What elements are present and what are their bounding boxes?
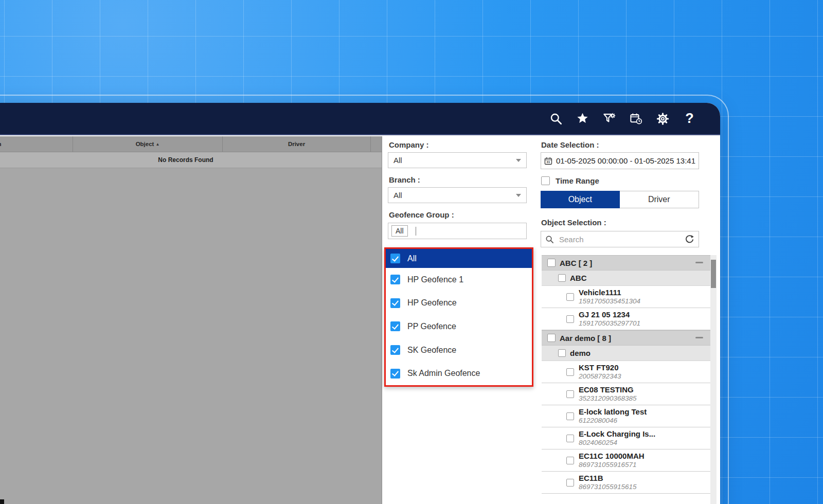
date-range-value: 01-05-2025 00:00:00 - 01-05-2025 13:41: [556, 156, 695, 165]
tree-scrollbar[interactable]: [710, 255, 717, 504]
schedule-icon[interactable]: [629, 112, 643, 125]
object-checkbox[interactable]: [566, 435, 574, 442]
app-window: ? nch Object ▲ Driver: [0, 103, 720, 504]
time-range-label: Time Range: [556, 176, 599, 185]
time-range-row: Time Range: [541, 176, 599, 185]
no-records-row: No Records Found: [0, 152, 382, 168]
screen-artifact: [0, 499, 4, 504]
column-header-branch[interactable]: nch: [0, 136, 73, 152]
tree-item-row[interactable]: Vehicle1111 1591705035451304: [542, 286, 710, 308]
table-header-row: nch Object ▲ Driver: [0, 136, 382, 152]
tree-item-row[interactable]: E-Lock Charging Is... 8024060254: [542, 427, 710, 449]
geofence-group-dropdown: All HP Geofence 1 HP Geofence PP Geofenc…: [384, 247, 533, 387]
object-checkbox[interactable]: [566, 293, 574, 301]
refresh-icon[interactable]: [685, 235, 694, 244]
branch-select[interactable]: All: [388, 187, 527, 203]
search-icon: [545, 235, 554, 244]
tree-item-row[interactable]: KST FT920 20058792343: [542, 361, 710, 383]
report-area: nch Object ▲ Driver No Records Found: [0, 136, 382, 504]
tree-item-row[interactable]: GJ 21 05 1234 1591705035297701: [542, 308, 710, 330]
subgroup-checkbox[interactable]: [558, 349, 566, 357]
object-checkbox[interactable]: [566, 457, 574, 464]
chevron-down-icon: [516, 159, 521, 162]
branch-label: Branch :: [389, 175, 420, 184]
geofence-group-chip[interactable]: All: [391, 225, 408, 237]
screen: ? nch Object ▲ Driver: [0, 0, 823, 504]
checkbox-checked-icon[interactable]: [390, 298, 400, 308]
subgroup-checkbox[interactable]: [558, 274, 566, 282]
tab-object[interactable]: Object: [541, 191, 620, 208]
checkbox-checked-icon[interactable]: [390, 275, 400, 284]
settings-icon[interactable]: [656, 112, 670, 125]
group-checkbox[interactable]: [547, 259, 556, 267]
object-checkbox[interactable]: [566, 315, 574, 323]
chevron-down-icon: [516, 194, 521, 197]
tree-item-row[interactable]: E-lock latlong Test 6122080046: [542, 405, 710, 427]
geofence-option[interactable]: HP Geofence 1: [386, 268, 532, 292]
object-checkbox[interactable]: [566, 390, 574, 398]
geofence-group-label: Geofence Group :: [389, 210, 454, 219]
column-header-object[interactable]: Object ▲: [73, 136, 223, 152]
company-select[interactable]: All: [388, 152, 527, 168]
geofence-option[interactable]: HP Geofence: [386, 292, 532, 315]
collapse-icon[interactable]: [695, 262, 703, 263]
object-checkbox[interactable]: [566, 368, 574, 376]
checkbox-checked-icon[interactable]: [390, 369, 400, 379]
mode-toggle: Object Driver: [541, 191, 699, 208]
sort-asc-icon: ▲: [155, 142, 159, 147]
tree-group-row[interactable]: Aar demo [ 8 ]: [542, 330, 710, 346]
branch-value: All: [393, 191, 402, 200]
column-header-empty: [371, 136, 382, 152]
tree-spacer: [542, 248, 710, 255]
filter-panel: Company : All Branch : All Geofence Grou…: [382, 136, 720, 504]
tab-driver[interactable]: Driver: [620, 191, 700, 208]
tree-group-row[interactable]: ABC [ 2 ]: [542, 255, 710, 271]
search-icon[interactable]: [549, 112, 563, 125]
checkbox-checked-icon[interactable]: [390, 345, 400, 355]
geofence-group-input[interactable]: All: [388, 223, 527, 239]
app-titlebar: ?: [0, 103, 720, 135]
scrollbar-thumb[interactable]: [711, 260, 716, 288]
geofence-option[interactable]: SK Geofence: [386, 338, 532, 362]
tree-subgroup-row[interactable]: demo: [542, 346, 710, 361]
tree-item-row[interactable]: EC11B 869731055915615: [542, 472, 710, 494]
favorites-icon[interactable]: [576, 112, 589, 125]
date-range-input[interactable]: 31 01-05-2025 00:00:00 - 01-05-2025 13:4…: [541, 152, 699, 169]
help-icon[interactable]: ?: [683, 112, 696, 125]
geofence-option-all[interactable]: All: [386, 249, 532, 268]
calendar-icon: 31: [544, 155, 552, 167]
tree-item-row[interactable]: EC11C 10000MAH 869731055916571: [542, 449, 710, 472]
date-selection-label: Date Selection :: [541, 140, 599, 149]
filter-settings-icon[interactable]: [602, 112, 616, 125]
group-checkbox[interactable]: [547, 334, 556, 342]
collapse-icon[interactable]: [695, 337, 703, 338]
geofence-option[interactable]: PP Geofence: [386, 315, 532, 338]
tree-item-row[interactable]: EC08 TESTING 352312090368385: [542, 383, 710, 405]
svg-text:31: 31: [547, 160, 550, 164]
company-value: All: [393, 156, 402, 165]
tree-subgroup-row[interactable]: ABC: [542, 271, 710, 286]
object-checkbox[interactable]: [566, 479, 574, 487]
object-selection-label: Object Selection :: [541, 218, 606, 227]
checkbox-checked-icon[interactable]: [390, 321, 400, 331]
object-tree: ABC [ 2 ] ABC Vehicle1111 15917050354513…: [542, 248, 710, 504]
geofence-option[interactable]: Sk Admin Geofence: [386, 362, 532, 385]
window-body: nch Object ▲ Driver No Records Found: [0, 136, 720, 504]
text-cursor: [416, 227, 416, 236]
object-search: [541, 231, 699, 247]
search-input[interactable]: [558, 235, 681, 244]
object-checkbox[interactable]: [566, 412, 574, 420]
checkbox-checked-icon[interactable]: [390, 254, 400, 263]
time-range-checkbox[interactable]: [541, 176, 550, 185]
column-header-driver[interactable]: Driver: [223, 136, 371, 152]
company-label: Company :: [389, 140, 429, 149]
